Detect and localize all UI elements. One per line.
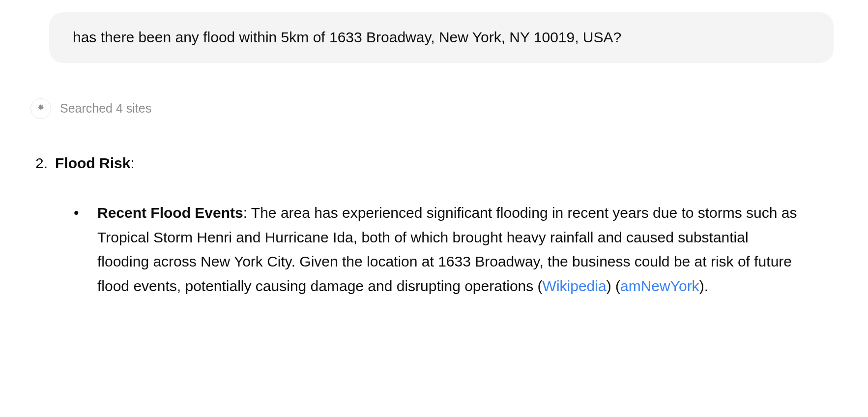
source-open-2: (: [615, 278, 620, 294]
source-link-wikipedia[interactable]: Wikipedia: [543, 278, 607, 294]
user-message-text: has there been any flood within 5km of 1…: [73, 29, 621, 45]
source-open-1: (: [538, 278, 543, 294]
source-close-2: ): [699, 278, 704, 294]
user-message-bubble: has there been any flood within 5km of 1…: [49, 12, 834, 63]
answer-bullet-item: Recent Flood Events: The area has experi…: [74, 201, 801, 298]
answer-heading-row: 2. Flood Risk:: [35, 151, 848, 176]
answer-list-number: 2.: [35, 151, 49, 176]
answer-heading-suffix: :: [130, 155, 134, 171]
bullet-trailing: .: [704, 278, 708, 294]
bullet-label-suffix: :: [243, 205, 251, 221]
answer-heading-wrap: Flood Risk:: [55, 151, 135, 176]
search-status-row: Searched 4 sites: [30, 98, 848, 119]
source-link-amnewyork[interactable]: amNewYork: [620, 278, 699, 294]
answer-section: 2. Flood Risk: Recent Flood Events: The …: [35, 151, 848, 298]
answer-heading: Flood Risk: [55, 155, 130, 171]
bullet-label: Recent Flood Events: [97, 205, 243, 221]
assistant-logo-icon: [36, 103, 45, 114]
assistant-avatar: [30, 98, 51, 119]
source-close-1: ): [607, 278, 611, 294]
search-status-text[interactable]: Searched 4 sites: [60, 101, 151, 116]
answer-bullet-list: Recent Flood Events: The area has experi…: [74, 201, 848, 298]
